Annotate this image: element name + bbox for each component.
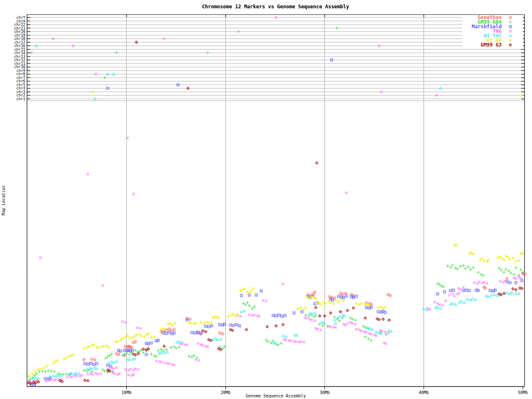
data-point	[472, 253, 475, 255]
data-point	[453, 244, 456, 246]
data-point	[124, 336, 127, 338]
data-point	[147, 332, 150, 335]
chromosome-row-label: chr1	[16, 97, 25, 101]
data-point	[65, 357, 67, 359]
data-point	[334, 299, 337, 301]
data-point	[210, 321, 213, 324]
data-point	[174, 322, 176, 325]
data-point	[217, 317, 220, 319]
data-point	[116, 340, 119, 342]
data-point	[487, 259, 489, 261]
chart: Chromosome 12 Markers vs Genome Sequence…	[0, 0, 532, 399]
x-tick-label: 40Mb	[419, 390, 429, 395]
data-point	[250, 290, 253, 292]
data-point	[200, 321, 202, 324]
data-point	[509, 258, 511, 261]
data-point	[91, 91, 94, 93]
data-point	[171, 324, 173, 326]
data-point	[153, 335, 155, 338]
data-point	[31, 372, 34, 375]
data-point	[479, 259, 481, 261]
data-point	[121, 337, 124, 340]
data-point	[507, 256, 509, 259]
data-point	[234, 315, 236, 317]
data-point	[360, 302, 362, 305]
data-point	[202, 322, 205, 325]
x-tick-label: 50Mb	[518, 390, 528, 395]
data-point	[135, 334, 138, 336]
data-point	[366, 303, 369, 305]
data-point	[355, 303, 357, 305]
data-point	[215, 315, 218, 318]
data-point	[377, 306, 379, 309]
data-point	[164, 328, 166, 331]
data-point	[358, 303, 360, 306]
data-point	[501, 257, 503, 260]
data-point	[37, 368, 39, 371]
x-tick-label: 10Mb	[121, 390, 131, 395]
data-point	[323, 301, 325, 303]
data-point	[71, 354, 74, 356]
legend: GenethonGM99 GB4MarshfieldTNGWI YACWI RH…	[462, 15, 523, 48]
data-point	[520, 252, 522, 255]
data-point	[512, 257, 514, 259]
data-point	[83, 347, 85, 350]
data-point	[63, 358, 65, 360]
data-point	[93, 343, 95, 346]
legend-label: GM99 G3	[480, 42, 502, 48]
genome-scatter-plot: Chromosome 12 Markers vs Genome Sequence…	[0, 0, 532, 399]
data-point	[515, 260, 517, 263]
data-point	[248, 292, 251, 294]
data-point	[243, 288, 246, 290]
data-point	[339, 298, 342, 300]
data-point	[119, 339, 122, 341]
data-point	[522, 252, 524, 254]
data-point	[470, 251, 473, 254]
data-point	[503, 259, 505, 261]
data-point	[337, 300, 340, 303]
x-tick-label: 20Mb	[221, 390, 231, 395]
data-point	[455, 244, 458, 246]
data-point	[40, 367, 42, 370]
data-point	[140, 335, 143, 337]
data-point	[308, 297, 310, 299]
data-point	[236, 313, 239, 316]
data-point	[97, 347, 100, 349]
data-point	[239, 290, 241, 292]
data-point	[297, 308, 299, 310]
data-point	[150, 336, 153, 339]
data-point	[252, 287, 254, 290]
data-point	[133, 335, 135, 337]
data-point	[213, 316, 216, 318]
data-point	[43, 367, 45, 369]
data-point	[509, 39, 512, 42]
data-point	[300, 307, 302, 309]
data-point	[332, 303, 335, 305]
data-point	[368, 304, 370, 307]
data-point	[212, 316, 214, 319]
data-point	[46, 365, 48, 367]
data-point	[305, 306, 307, 309]
data-point	[254, 292, 256, 295]
data-point	[195, 322, 197, 324]
data-point	[102, 345, 105, 347]
data-point	[384, 306, 386, 308]
data-point	[190, 321, 192, 324]
data-point	[303, 308, 305, 311]
data-point	[315, 297, 317, 300]
data-point	[342, 300, 345, 302]
data-point	[28, 375, 31, 377]
data-point	[162, 327, 164, 330]
x-axis-title: Genome Sequence Assembly	[246, 394, 306, 398]
y-axis-title: Map Location	[1, 185, 6, 215]
data-point	[517, 259, 520, 262]
data-point	[505, 255, 507, 257]
data-point	[246, 291, 249, 293]
data-point	[324, 302, 327, 305]
data-point	[34, 370, 37, 372]
data-point	[107, 346, 110, 349]
data-point	[56, 360, 58, 362]
data-point	[382, 307, 384, 310]
data-point	[88, 345, 90, 348]
data-point	[227, 315, 230, 318]
